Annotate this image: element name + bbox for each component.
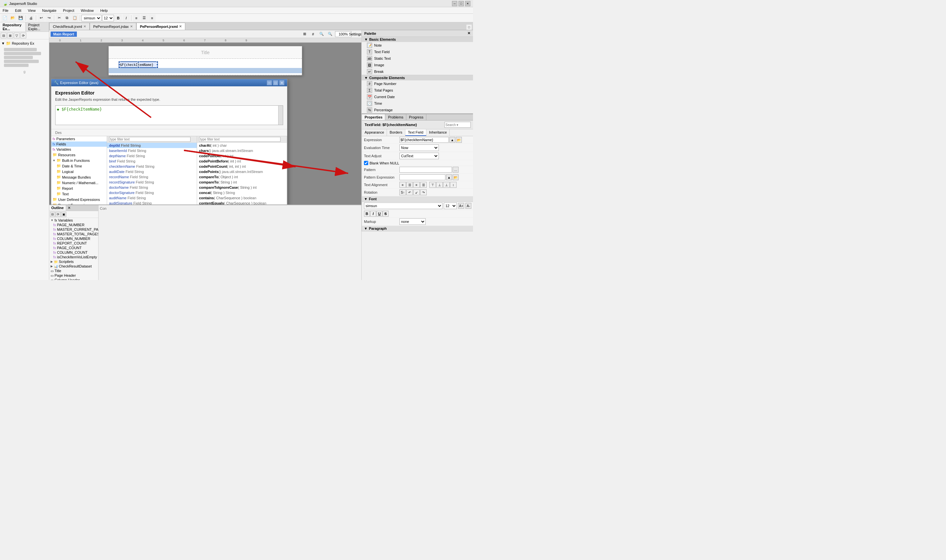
menu-project[interactable]: Project bbox=[62, 9, 75, 12]
palette-currentdate[interactable]: 📅 Current Date bbox=[362, 94, 473, 100]
patternexpr-input[interactable] bbox=[399, 174, 445, 180]
copy-button[interactable]: ⧉ bbox=[63, 14, 71, 22]
textadjust-select[interactable]: CutText bbox=[399, 152, 439, 159]
method-comparetoignorecase[interactable]: compareToIgnoreCase( String ) int bbox=[197, 185, 287, 190]
field-auditdate[interactable]: auditDate Field String bbox=[107, 169, 197, 174]
align-left-button[interactable]: ≡ bbox=[133, 14, 140, 22]
outline-master-total[interactable]: fx MASTER_TOTAL_PAGES bbox=[49, 232, 98, 236]
repo-root-item[interactable]: ▼ 📁 Repository Ex bbox=[1, 41, 48, 46]
tree-item-userdefined[interactable]: 📁 User Defined Expressions bbox=[51, 197, 107, 202]
bold-style-btn[interactable]: B bbox=[364, 211, 370, 217]
tree-item-numeric[interactable]: 📁 Numeric / Mathemati... bbox=[51, 180, 107, 185]
field-auditname[interactable]: auditName Field String bbox=[107, 195, 197, 200]
handle-tc[interactable] bbox=[137, 61, 139, 63]
palette-statictext[interactable]: ab Static Text bbox=[362, 55, 473, 62]
field-baseitemid[interactable]: baseItemId Field String bbox=[107, 148, 197, 153]
tab-pepersonreport-jrxml-close[interactable]: ✕ bbox=[179, 25, 182, 28]
handle-tr[interactable] bbox=[156, 61, 158, 63]
field-recordsignature[interactable]: recordSignature Field String bbox=[107, 180, 197, 185]
expression-edit-button[interactable]: ▲ bbox=[449, 137, 455, 143]
method-contains[interactable]: contains( CharSequence ) boolean bbox=[197, 195, 287, 200]
tree-item-parameters[interactable]: fx Parameters bbox=[51, 136, 107, 142]
tree-item-report[interactable]: 📁 Report bbox=[51, 185, 107, 191]
properties-search-input[interactable] bbox=[444, 122, 471, 128]
valign-bottom-btn[interactable]: ⊥ bbox=[443, 182, 450, 188]
zoom-in-button[interactable]: 🔍 bbox=[327, 31, 334, 38]
align-right-btn[interactable]: ≡ bbox=[413, 182, 420, 188]
font-size-select[interactable]: 12 bbox=[102, 15, 114, 22]
dialog-close-button[interactable]: ✕ bbox=[279, 80, 285, 85]
align-right-button[interactable]: ≡ bbox=[148, 14, 156, 22]
expression-scrollbar[interactable] bbox=[278, 106, 283, 125]
filter-button[interactable]: ▽ bbox=[14, 32, 20, 38]
field-deptname[interactable]: deptName Field String bbox=[107, 153, 197, 158]
tree-item-builtin[interactable]: ▼ 📁 Built-in Functions bbox=[51, 158, 107, 163]
collapse-all-button[interactable]: ⊟ bbox=[1, 32, 6, 38]
outline-view-btn[interactable]: ▣ bbox=[61, 212, 66, 217]
settings-dropdown-button[interactable]: Settings ▾ bbox=[353, 31, 360, 38]
refresh-button[interactable]: ⟳ bbox=[20, 32, 26, 38]
expand-all-button[interactable]: ⊞ bbox=[7, 32, 13, 38]
menu-help[interactable]: Help bbox=[99, 9, 109, 12]
expression-open-button[interactable]: 📂 bbox=[456, 137, 462, 143]
handle-mr[interactable] bbox=[156, 64, 158, 66]
open-button[interactable]: 📂 bbox=[9, 14, 17, 22]
patternexpr-edit-button[interactable]: ▲ bbox=[446, 174, 452, 180]
valign-middle-btn[interactable]: ⊥ bbox=[436, 182, 443, 188]
field-checkitemname[interactable]: checkItemName Field String bbox=[107, 164, 197, 169]
method-codepoints[interactable]: codePoints() java.util.stream.IntStream bbox=[197, 169, 287, 174]
dialog-restore-button[interactable]: □ bbox=[273, 80, 278, 85]
methods-filter-input[interactable] bbox=[199, 137, 280, 142]
fields-filter-input[interactable] bbox=[109, 137, 191, 142]
outline-page-header[interactable]: ▭ Page Header bbox=[49, 273, 98, 278]
outline-report-count[interactable]: fx REPORT_COUNT bbox=[49, 241, 98, 246]
prop-textfield-tab[interactable]: Text Field bbox=[405, 129, 426, 136]
italic-style-btn[interactable]: I bbox=[370, 211, 376, 217]
cut-button[interactable]: ✂ bbox=[55, 14, 63, 22]
evaltime-select[interactable]: Now bbox=[399, 145, 439, 151]
outline-tab[interactable]: Outline bbox=[49, 205, 66, 211]
outline-variables[interactable]: ▼ fx Variables bbox=[49, 218, 98, 223]
paragraph-section-header[interactable]: ▼ Paragraph bbox=[362, 226, 473, 231]
outline-page-number[interactable]: fx PAGE_NUMBER bbox=[49, 223, 98, 227]
palette-break[interactable]: ↵ Break bbox=[362, 68, 473, 75]
method-codepointat[interactable]: codePointAt( int ) int bbox=[197, 153, 287, 158]
palette-composite-header[interactable]: ▼ Composite Elements bbox=[362, 75, 473, 80]
maximize-button[interactable]: □ bbox=[459, 1, 464, 6]
tab-pepersonreport-jrdax[interactable]: PePersonReport.jrdax ✕ bbox=[90, 23, 136, 30]
handle-tl[interactable] bbox=[118, 61, 120, 63]
align-left-btn[interactable]: ≡ bbox=[399, 182, 406, 188]
outline-column-count[interactable]: fx COLUMN_COUNT bbox=[49, 250, 98, 255]
font-size-prop-select[interactable]: 12 bbox=[444, 203, 457, 209]
method-concat[interactable]: concat( String ) String bbox=[197, 190, 287, 195]
tree-item-messagebundles[interactable]: 📁 Message Bundles bbox=[51, 174, 107, 180]
tab-pepersonreport-jrdax-close[interactable]: ✕ bbox=[130, 25, 133, 28]
method-charat[interactable]: charAt( int ) char bbox=[197, 143, 287, 148]
redo-button[interactable]: ↪ bbox=[45, 14, 52, 22]
font-increase-btn[interactable]: A+ bbox=[458, 203, 464, 209]
method-compareto-string[interactable]: compareTo( String ) int bbox=[197, 180, 287, 185]
valign-justify-btn[interactable]: ↕ bbox=[450, 182, 456, 188]
tab-pepersonreport-jrxml[interactable]: PePersonReport.jrxml ✕ bbox=[136, 23, 186, 30]
outline-sync-btn[interactable]: ⟳ bbox=[55, 212, 61, 217]
close-button[interactable]: ✕ bbox=[465, 1, 470, 6]
minimize-button[interactable]: ─ bbox=[452, 1, 457, 6]
new-button[interactable]: 📄 bbox=[1, 14, 9, 22]
outline-is-check[interactable]: fx isCheckItemVoListEmpty bbox=[49, 255, 98, 259]
outline-title[interactable]: ▭ Title bbox=[49, 269, 98, 273]
method-contentequals-charseq[interactable]: contentEquals( CharSequence ) boolean bbox=[197, 200, 287, 205]
tree-item-variables[interactable]: fx Variables bbox=[51, 147, 107, 152]
tree-item-logical[interactable]: 📁 Logical bbox=[51, 169, 107, 174]
patternexpr-open-button[interactable]: 📂 bbox=[453, 174, 459, 180]
expression-input[interactable] bbox=[399, 137, 449, 143]
font-section-header[interactable]: ▼ Font bbox=[362, 196, 473, 202]
outline-page-count[interactable]: fx PAGE_COUNT bbox=[49, 246, 98, 250]
palette-pagenumber[interactable]: # Page Number bbox=[362, 80, 473, 87]
field-biref[interactable]: biref Field String bbox=[107, 158, 197, 164]
properties-main-tab[interactable]: Properties bbox=[362, 114, 385, 120]
palette-close-button[interactable]: ✕ bbox=[467, 31, 470, 35]
grid-button[interactable]: # bbox=[310, 31, 317, 38]
markup-select[interactable]: none bbox=[399, 218, 426, 225]
maximize-editor-button[interactable]: □ bbox=[467, 25, 472, 30]
align-center-button[interactable]: ☰ bbox=[140, 14, 148, 22]
